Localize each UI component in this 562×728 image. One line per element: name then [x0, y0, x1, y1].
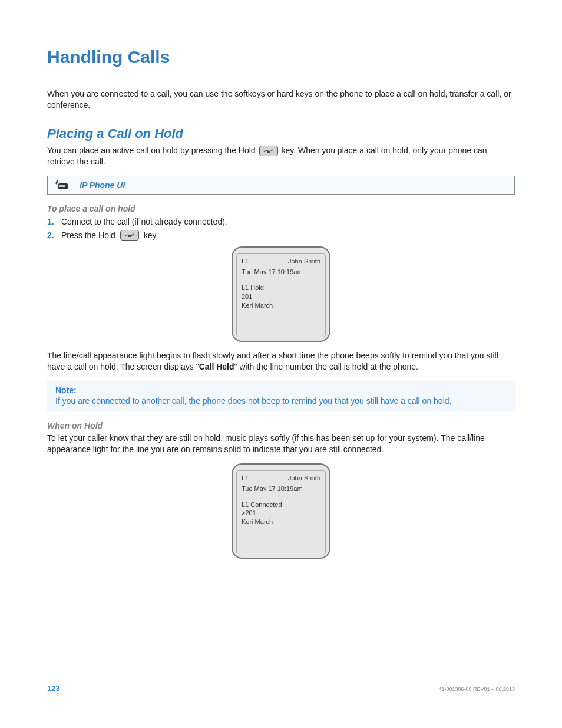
phone-user-name: John Smith: [288, 258, 320, 265]
page-footer: 123 41-001386-00 REV01 – 06.2013: [47, 684, 515, 693]
phone-display: L1 John Smith Tue May 17 10:19am L1 Hold…: [236, 253, 326, 337]
svg-rect-2: [59, 185, 65, 187]
phone-status-line: L1 Hold: [242, 284, 320, 292]
sub-heading-when-on-hold: When on Hold: [47, 421, 515, 430]
step-item: 2. Press the Hold key.: [47, 230, 515, 241]
note-text: If you are connected to another call, th…: [55, 396, 507, 406]
ip-phone-ui-label: IP Phone UI: [80, 180, 125, 190]
phone-display: L1 John Smith Tue May 17 10:19am L1 Conn…: [236, 470, 326, 554]
phone-icon: [54, 179, 71, 192]
sub-heading-to-place-hold: To place a call on hold: [47, 204, 515, 213]
step-number: 1.: [47, 217, 58, 226]
note-box: Note: If you are connected to another ca…: [47, 381, 515, 411]
call-held-bold: Call Held: [199, 362, 234, 371]
section-heading-placing-hold: Placing a Call on Hold: [47, 126, 515, 141]
after-phone-paragraph: The line/call appearance light begins to…: [47, 350, 515, 373]
after-phone-post: " with the line number the call is held …: [234, 362, 418, 371]
phone-screen: L1 John Smith Tue May 17 10:19am L1 Hold…: [232, 246, 330, 342]
when-on-hold-body: To let your caller know that they are st…: [47, 433, 515, 455]
phone-ext: >201: [242, 509, 320, 518]
step-text-post: key.: [144, 230, 158, 240]
svg-rect-3: [128, 235, 131, 237]
step-number: 2.: [47, 230, 58, 240]
phone-line: L1: [242, 475, 249, 482]
svg-rect-0: [267, 151, 270, 153]
page-title: Handling Calls: [47, 47, 515, 67]
phone-ext: 201: [242, 292, 320, 301]
ip-phone-ui-bar: IP Phone UI: [47, 176, 515, 195]
phone-screen-hold: L1 John Smith Tue May 17 10:19am L1 Hold…: [47, 246, 515, 342]
hold-key-icon: [120, 230, 139, 241]
step-text: Connect to the call (if not already conn…: [61, 217, 227, 226]
hold-key-icon: [259, 146, 278, 156]
phone-caller: Keri March: [242, 301, 320, 310]
step-text-pre: Press the Hold: [61, 230, 115, 240]
document-revision: 41-001386-00 REV01 – 06.2013: [438, 686, 515, 692]
phone-user-name: John Smith: [288, 475, 320, 482]
phone-status-line: L1 Connected: [242, 500, 320, 509]
intro-paragraph: When you are connected to a call, you ca…: [47, 88, 515, 111]
section1-body: You can place an active call on hold by …: [47, 145, 515, 167]
phone-caller: Keri March: [242, 518, 320, 526]
phone-datetime: Tue May 17 10:19am: [242, 485, 320, 492]
steps-list: 1. Connect to the call (if not already c…: [47, 217, 515, 241]
document-page: Handling Calls When you are connected to…: [0, 0, 562, 728]
step-item: 1. Connect to the call (if not already c…: [47, 217, 515, 226]
note-label: Note:: [55, 386, 507, 395]
phone-datetime: Tue May 17 10:19am: [242, 268, 320, 275]
page-number: 123: [47, 684, 60, 693]
phone-screen-connected: L1 John Smith Tue May 17 10:19am L1 Conn…: [47, 463, 515, 559]
phone-line: L1: [242, 258, 249, 265]
section1-body-pre: You can place an active call on hold by …: [47, 146, 258, 155]
phone-screen: L1 John Smith Tue May 17 10:19am L1 Conn…: [232, 463, 330, 559]
